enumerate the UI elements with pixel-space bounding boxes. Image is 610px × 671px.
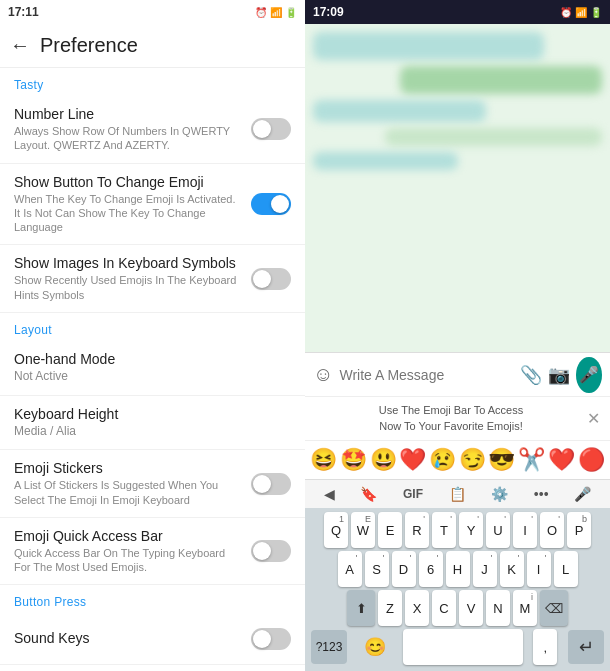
setting-text: Emoji Quick Access Bar Quick Access Bar …: [14, 528, 251, 575]
key-l[interactable]: L: [554, 551, 578, 587]
toggle-images-symbols[interactable]: [251, 268, 291, 290]
key-shift[interactable]: ⬆: [347, 590, 375, 626]
key-v[interactable]: V: [459, 590, 483, 626]
emoji-item[interactable]: ✂️: [518, 447, 545, 473]
key-t[interactable]: T': [432, 512, 456, 548]
setting-item-change-emoji: Show Button To Change Emoji When The Key…: [0, 164, 305, 246]
setting-item-sound-keys: Sound Keys: [0, 613, 305, 665]
key-x[interactable]: X: [405, 590, 429, 626]
message-bubble: [313, 152, 458, 170]
key-w[interactable]: WE: [351, 512, 375, 548]
key-r[interactable]: R': [405, 512, 429, 548]
mic-button[interactable]: 🎤: [576, 357, 602, 393]
emoji-item[interactable]: ❤️: [548, 447, 575, 473]
kb-mic-button[interactable]: 🎤: [568, 484, 597, 504]
right-wifi-icon: 📶: [575, 7, 587, 18]
setting-text: Show Images In Keyboard Symbols Show Rec…: [14, 255, 251, 302]
emoji-item[interactable]: 🔴: [578, 447, 605, 473]
toggle-sound-keys[interactable]: [251, 628, 291, 650]
key-emoji[interactable]: 😊: [358, 630, 392, 664]
message-bubble: [385, 128, 602, 146]
right-alarm-icon: ⏰: [560, 7, 572, 18]
key-n[interactable]: N: [486, 590, 510, 626]
key-o[interactable]: O': [540, 512, 564, 548]
setting-title: Sound Keys: [14, 630, 241, 646]
close-tooltip-button[interactable]: ✕: [587, 409, 600, 428]
setting-title: Show Images In Keyboard Symbols: [14, 255, 241, 271]
key-h[interactable]: H: [446, 551, 470, 587]
key-e[interactable]: E: [378, 512, 402, 548]
key-comma[interactable]: ,: [533, 629, 557, 665]
back-button[interactable]: ←: [10, 34, 30, 57]
key-s[interactable]: S': [365, 551, 389, 587]
key-u[interactable]: U': [486, 512, 510, 548]
setting-desc: Quick Access Bar On The Typing Keyboard …: [14, 546, 241, 575]
tooltip-text: Use The Emoji Bar To Access Now To Your …: [315, 403, 587, 434]
key-i[interactable]: I': [513, 512, 537, 548]
left-time: 17:11: [8, 5, 39, 19]
key-num[interactable]: ?123: [311, 630, 347, 664]
key-q[interactable]: Q1: [324, 512, 348, 548]
setting-desc: Always Show Row Of Numbers In QWERTY Lay…: [14, 124, 241, 153]
key-i2[interactable]: I': [527, 551, 551, 587]
tooltip-bar: Use The Emoji Bar To Access Now To Your …: [305, 396, 610, 440]
setting-item-number-line: Number Line Always Show Row Of Numbers I…: [0, 96, 305, 164]
key-j[interactable]: J': [473, 551, 497, 587]
key-space[interactable]: [403, 629, 523, 665]
key-enter[interactable]: ↵: [568, 630, 604, 664]
emoji-item[interactable]: 😢: [429, 447, 456, 473]
setting-text: Number Line Always Show Row Of Numbers I…: [14, 106, 251, 153]
key-y[interactable]: Y': [459, 512, 483, 548]
key-z[interactable]: Z: [378, 590, 402, 626]
setting-title: Emoji Quick Access Bar: [14, 528, 241, 544]
kb-back-button[interactable]: ◀: [318, 484, 341, 504]
section-layout: Layout: [0, 313, 305, 341]
keyboard-toolbar: ◀ 🔖 GIF 📋 ⚙️ ••• 🎤: [305, 479, 610, 508]
right-battery-icon: 🔋: [590, 7, 602, 18]
kb-clipboard-button[interactable]: 📋: [443, 484, 472, 504]
key-6[interactable]: 6': [419, 551, 443, 587]
keyboard-bottom-row: ?123 😊 , ↵: [307, 629, 608, 665]
camera-button[interactable]: 📷: [548, 364, 570, 386]
emoji-item[interactable]: ❤️: [399, 447, 426, 473]
setting-desc: When The Key To Change Emoji Is Activate…: [14, 192, 241, 235]
emoji-item[interactable]: 🤩: [340, 447, 367, 473]
message-bubble: [400, 66, 602, 94]
key-d[interactable]: D': [392, 551, 416, 587]
setting-desc: A List Of Stickers Is Suggested When You…: [14, 478, 241, 507]
key-c[interactable]: C: [432, 590, 456, 626]
emoji-item[interactable]: 😏: [459, 447, 486, 473]
setting-text: Sound Keys: [14, 630, 251, 648]
emoji-item[interactable]: 😆: [310, 447, 337, 473]
toggle-emoji-stickers[interactable]: [251, 473, 291, 495]
setting-title: Keyboard Height: [14, 406, 291, 422]
key-backspace[interactable]: ⌫: [540, 590, 568, 626]
status-bar-right: 17:09 ⏰ 📶 🔋: [305, 0, 610, 24]
kb-settings-button[interactable]: ⚙️: [485, 484, 514, 504]
setting-item-one-hand: One-hand Mode Not Active: [0, 341, 305, 396]
key-m[interactable]: Mi: [513, 590, 537, 626]
wifi-icon: 📶: [270, 7, 282, 18]
setting-text: Show Button To Change Emoji When The Key…: [14, 174, 251, 235]
emoji-item[interactable]: 😃: [370, 447, 397, 473]
key-p[interactable]: Pb: [567, 512, 591, 548]
setting-item-images-symbols: Show Images In Keyboard Symbols Show Rec…: [0, 245, 305, 313]
setting-item-kb-height: Keyboard Height Media / Alia: [0, 396, 305, 451]
emoji-item[interactable]: 😎: [488, 447, 515, 473]
left-panel: 17:11 ⏰ 📶 🔋 ← Preference Tasty Number Li…: [0, 0, 305, 671]
attach-button[interactable]: 📎: [520, 364, 542, 386]
toggle-emoji-quick[interactable]: [251, 540, 291, 562]
kb-gif-button[interactable]: GIF: [397, 485, 429, 503]
keyboard-row-2: A' S' D' 6' H J' K' I' L: [307, 551, 608, 587]
toggle-number-line[interactable]: [251, 118, 291, 140]
section-button-press: Button Press: [0, 585, 305, 613]
emoji-button[interactable]: ☺: [313, 363, 333, 386]
chat-area: [305, 24, 610, 352]
keyboard-row-3: ⬆ Z X C V N Mi ⌫: [307, 590, 608, 626]
message-input[interactable]: [339, 367, 514, 383]
key-k[interactable]: K': [500, 551, 524, 587]
key-a[interactable]: A': [338, 551, 362, 587]
kb-sticker-button[interactable]: 🔖: [354, 484, 383, 504]
kb-more-button[interactable]: •••: [528, 484, 555, 504]
toggle-change-emoji[interactable]: [251, 193, 291, 215]
